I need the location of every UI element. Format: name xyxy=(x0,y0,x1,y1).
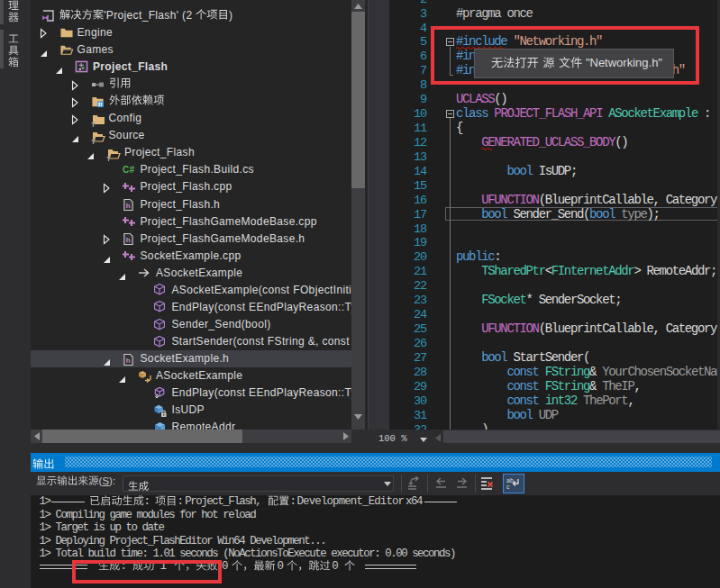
svg-text:ab: ab xyxy=(506,477,514,484)
svg-text:h: h xyxy=(125,236,130,244)
svg-text:h: h xyxy=(125,357,130,365)
svg-text:c: c xyxy=(506,484,510,490)
svg-text:C#: C# xyxy=(123,165,135,175)
svg-text:h: h xyxy=(125,202,130,210)
